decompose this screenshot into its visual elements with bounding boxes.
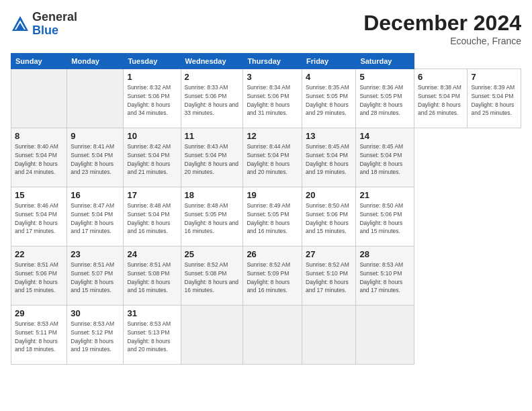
- table-row: 16 Sunrise: 8:47 AMSunset: 5:04 PMDaylig…: [67, 187, 124, 246]
- day-number: 26: [247, 249, 298, 259]
- calendar-week-row: 1 Sunrise: 8:32 AMSunset: 5:06 PMDayligh…: [11, 69, 521, 128]
- day-detail: Sunrise: 8:46 AMSunset: 5:04 PMDaylight:…: [15, 202, 58, 234]
- table-row: 28 Sunrise: 8:53 AMSunset: 5:10 PMDaylig…: [356, 246, 414, 306]
- day-number: 15: [15, 190, 63, 200]
- table-row: 22 Sunrise: 8:51 AMSunset: 5:06 PMDaylig…: [11, 246, 67, 306]
- day-detail: Sunrise: 8:51 AMSunset: 5:06 PMDaylight:…: [15, 261, 58, 293]
- day-detail: Sunrise: 8:49 AMSunset: 5:05 PMDaylight:…: [247, 202, 290, 234]
- table-row: [11, 69, 67, 128]
- day-detail: Sunrise: 8:40 AMSunset: 5:04 PMDaylight:…: [15, 143, 58, 175]
- col-wednesday: Wednesday: [181, 54, 243, 69]
- logo-text: General Blue: [32, 11, 77, 38]
- calendar-week-row: 8 Sunrise: 8:40 AMSunset: 5:04 PMDayligh…: [11, 128, 521, 187]
- table-row: 13 Sunrise: 8:45 AMSunset: 5:04 PMDaylig…: [302, 128, 356, 187]
- table-row: 30 Sunrise: 8:53 AMSunset: 5:12 PMDaylig…: [67, 306, 124, 365]
- day-detail: Sunrise: 8:52 AMSunset: 5:10 PMDaylight:…: [306, 261, 349, 293]
- day-detail: Sunrise: 8:43 AMSunset: 5:04 PMDaylight:…: [185, 143, 238, 175]
- day-detail: Sunrise: 8:32 AMSunset: 5:06 PMDaylight:…: [127, 84, 171, 116]
- table-row: 10 Sunrise: 8:42 AMSunset: 5:04 PMDaylig…: [124, 128, 181, 187]
- day-detail: Sunrise: 8:52 AMSunset: 5:08 PMDaylight:…: [185, 261, 238, 293]
- day-detail: Sunrise: 8:47 AMSunset: 5:04 PMDaylight:…: [71, 202, 114, 234]
- day-detail: Sunrise: 8:48 AMSunset: 5:04 PMDaylight:…: [127, 202, 171, 234]
- day-number: 4: [306, 72, 352, 82]
- day-detail: Sunrise: 8:42 AMSunset: 5:04 PMDaylight:…: [127, 143, 171, 175]
- col-sunday: Sunday: [11, 54, 67, 69]
- day-detail: Sunrise: 8:50 AMSunset: 5:06 PMDaylight:…: [306, 202, 349, 234]
- col-thursday: Thursday: [243, 54, 302, 69]
- col-friday: Friday: [302, 54, 356, 69]
- day-number: 17: [127, 190, 177, 200]
- table-row: 5 Sunrise: 8:36 AMSunset: 5:05 PMDayligh…: [356, 69, 414, 128]
- day-detail: Sunrise: 8:50 AMSunset: 5:06 PMDaylight:…: [359, 202, 403, 234]
- calendar-week-row: 29 Sunrise: 8:53 AMSunset: 5:11 PMDaylig…: [11, 306, 521, 365]
- day-detail: Sunrise: 8:35 AMSunset: 5:05 PMDaylight:…: [306, 84, 349, 116]
- day-number: 29: [15, 308, 63, 318]
- table-row: [67, 69, 124, 128]
- day-detail: Sunrise: 8:45 AMSunset: 5:04 PMDaylight:…: [359, 143, 403, 175]
- page: General Blue December 2024 Ecouche, Fran…: [0, 0, 532, 411]
- col-monday: Monday: [67, 54, 124, 69]
- table-row: [181, 306, 243, 365]
- table-row: 24 Sunrise: 8:51 AMSunset: 5:08 PMDaylig…: [124, 246, 181, 306]
- table-row: 29 Sunrise: 8:53 AMSunset: 5:11 PMDaylig…: [11, 306, 67, 365]
- table-row: 27 Sunrise: 8:52 AMSunset: 5:10 PMDaylig…: [302, 246, 356, 306]
- table-row: 31 Sunrise: 8:53 AMSunset: 5:13 PMDaylig…: [124, 306, 181, 365]
- day-number: 6: [418, 72, 463, 82]
- day-detail: Sunrise: 8:44 AMSunset: 5:04 PMDaylight:…: [247, 143, 290, 175]
- table-row: 23 Sunrise: 8:51 AMSunset: 5:07 PMDaylig…: [67, 246, 124, 306]
- day-detail: Sunrise: 8:51 AMSunset: 5:08 PMDaylight:…: [127, 261, 171, 293]
- day-number: 2: [185, 72, 240, 82]
- table-row: 4 Sunrise: 8:35 AMSunset: 5:05 PMDayligh…: [302, 69, 356, 128]
- table-row: 21 Sunrise: 8:50 AMSunset: 5:06 PMDaylig…: [356, 187, 414, 246]
- calendar-header-row: Sunday Monday Tuesday Wednesday Thursday…: [11, 54, 521, 69]
- table-row: 7 Sunrise: 8:39 AMSunset: 5:04 PMDayligh…: [468, 69, 521, 128]
- table-row: 6 Sunrise: 8:38 AMSunset: 5:04 PMDayligh…: [414, 69, 468, 128]
- calendar-table: Sunday Monday Tuesday Wednesday Thursday…: [11, 53, 521, 365]
- day-number: 10: [127, 131, 177, 141]
- day-detail: Sunrise: 8:34 AMSunset: 5:06 PMDaylight:…: [247, 84, 290, 116]
- table-row: 2 Sunrise: 8:33 AMSunset: 5:06 PMDayligh…: [181, 69, 243, 128]
- day-number: 20: [306, 190, 352, 200]
- table-row: [243, 306, 302, 365]
- table-row: 15 Sunrise: 8:46 AMSunset: 5:04 PMDaylig…: [11, 187, 67, 246]
- day-number: 13: [306, 131, 352, 141]
- table-row: 8 Sunrise: 8:40 AMSunset: 5:04 PMDayligh…: [11, 128, 67, 187]
- day-detail: Sunrise: 8:41 AMSunset: 5:04 PMDaylight:…: [71, 143, 114, 175]
- title-block: December 2024 Ecouche, France: [363, 11, 521, 46]
- day-detail: Sunrise: 8:38 AMSunset: 5:04 PMDaylight:…: [418, 84, 461, 116]
- day-number: 12: [247, 131, 298, 141]
- day-detail: Sunrise: 8:53 AMSunset: 5:10 PMDaylight:…: [359, 261, 403, 293]
- day-detail: Sunrise: 8:45 AMSunset: 5:04 PMDaylight:…: [306, 143, 349, 175]
- day-number: 5: [359, 72, 410, 82]
- table-row: [356, 306, 414, 365]
- header: General Blue December 2024 Ecouche, Fran…: [11, 11, 521, 46]
- logo-general: General: [32, 10, 77, 24]
- day-detail: Sunrise: 8:52 AMSunset: 5:09 PMDaylight:…: [247, 261, 290, 293]
- day-detail: Sunrise: 8:53 AMSunset: 5:11 PMDaylight:…: [15, 320, 58, 353]
- col-saturday: Saturday: [356, 54, 414, 69]
- table-row: 20 Sunrise: 8:50 AMSunset: 5:06 PMDaylig…: [302, 187, 356, 246]
- day-detail: Sunrise: 8:51 AMSunset: 5:07 PMDaylight:…: [71, 261, 114, 293]
- day-number: 28: [359, 249, 410, 259]
- day-number: 23: [71, 249, 120, 259]
- day-number: 8: [15, 131, 63, 141]
- day-number: 3: [247, 72, 298, 82]
- day-number: 14: [359, 131, 410, 141]
- day-number: 27: [306, 249, 352, 259]
- day-number: 25: [185, 249, 240, 259]
- day-number: 18: [185, 190, 240, 200]
- table-row: [302, 306, 356, 365]
- day-number: 24: [127, 249, 177, 259]
- table-row: 19 Sunrise: 8:49 AMSunset: 5:05 PMDaylig…: [243, 187, 302, 246]
- day-number: 16: [71, 190, 120, 200]
- table-row: 3 Sunrise: 8:34 AMSunset: 5:06 PMDayligh…: [243, 69, 302, 128]
- day-number: 1: [127, 72, 177, 82]
- day-number: 22: [15, 249, 63, 259]
- col-tuesday: Tuesday: [124, 54, 181, 69]
- day-detail: Sunrise: 8:53 AMSunset: 5:13 PMDaylight:…: [127, 320, 171, 353]
- location: Ecouche, France: [363, 36, 521, 46]
- day-detail: Sunrise: 8:39 AMSunset: 5:04 PMDaylight:…: [471, 84, 515, 116]
- day-number: 7: [471, 72, 517, 82]
- table-row: 26 Sunrise: 8:52 AMSunset: 5:09 PMDaylig…: [243, 246, 302, 306]
- day-number: 11: [185, 131, 240, 141]
